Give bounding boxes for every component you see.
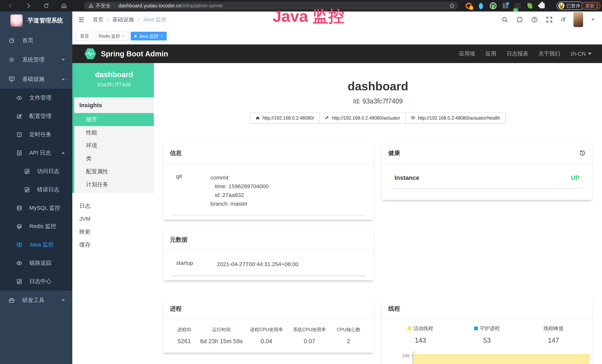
search-icon[interactable]	[502, 16, 508, 23]
user-avatar[interactable]	[573, 12, 583, 27]
sidebar-item-system[interactable]: 系统管理	[0, 50, 72, 69]
sidebar-item-log-center[interactable]: 日志中心	[0, 272, 72, 290]
sba-menu-applications[interactable]: 应用	[485, 50, 496, 57]
card-process-title: 进程	[163, 300, 374, 318]
page-title: dashboard	[154, 79, 602, 93]
sidebar-item-redis-monitor[interactable]: Redis 监控	[0, 217, 72, 236]
sidebar-item-config-management[interactable]: 配置管理	[0, 107, 72, 125]
extension-icon-leaf[interactable]	[526, 2, 534, 10]
subnav-item-details[interactable]: 细节	[74, 113, 154, 126]
sidebar-item-label: 配置管理	[29, 112, 52, 120]
java-monitor-icon	[16, 242, 22, 248]
process-pid: 5261	[171, 338, 198, 345]
sba-locale-select[interactable]: zh-CN	[570, 51, 592, 57]
subnav-item-environment[interactable]: 环境	[74, 139, 154, 152]
bookmark-star-icon[interactable]	[449, 3, 455, 9]
sidebar-item-label: 日志中心	[29, 278, 52, 285]
sba-navbar: Spring Boot Admin 应用墙 应用 日志报表 关于我们 zh-CN	[72, 44, 602, 63]
header-actions: тT	[502, 11, 595, 28]
sidebar-item-error-logs[interactable]: 错误日志	[0, 181, 72, 199]
subnav-item-jvm[interactable]: JVM	[74, 212, 154, 225]
health-instance-label: Instance	[395, 174, 419, 181]
sidebar-item-java-monitor[interactable]: Java 监控	[0, 236, 72, 254]
browser-menu-kebab-icon[interactable]	[597, 4, 598, 8]
metadata-startup-row: startup 2021-04-27T00:44:31.254+08:00	[163, 249, 374, 268]
system-cpu: 0.07	[288, 338, 331, 345]
subnav-item-scheduled-tasks[interactable]: 计划任务	[74, 178, 154, 191]
sidebar-item-label: 研发工具	[22, 297, 44, 304]
avatar-caret-icon[interactable]	[591, 19, 595, 21]
sidebar-item-api-logs[interactable]: API 日志	[0, 144, 72, 162]
legend-peak-threads: 线程峰值 147	[520, 325, 587, 344]
sidebar-collapse-icon[interactable]	[78, 16, 85, 23]
subnav-item-logs[interactable]: 日志	[74, 199, 154, 212]
monitor-chart-icon	[9, 76, 15, 82]
eye-icon	[16, 260, 22, 266]
spring-boot-admin-logo	[85, 48, 96, 60]
sba-instance-sidebar: dashboard 93a3fc7f7409 Insights 细节 性能 环境…	[72, 63, 154, 364]
doc-edit-icon	[16, 278, 22, 284]
sidebar-item-dev-tools[interactable]: 研发工具	[0, 290, 72, 310]
breadcrumb-home[interactable]: 首页	[93, 16, 103, 23]
github-icon[interactable]	[516, 16, 523, 23]
sidebar-item-label: 系统管理	[22, 56, 44, 64]
sidebar-logo-row[interactable]: 芋道管理系统	[0, 11, 72, 30]
address-bar[interactable]: 不安全 dashboard.yudao.iocoder.cn /infra/ad…	[84, 2, 458, 10]
annotation-text: Java 监控	[273, 6, 344, 27]
browser-home-icon[interactable]	[61, 3, 67, 9]
extension-icon-orange[interactable]: 1	[465, 2, 473, 10]
briefcase-icon	[9, 297, 15, 303]
instance-header[interactable]: dashboard 93a3fc7f7409	[74, 63, 154, 97]
help-icon[interactable]	[531, 16, 538, 23]
legend-live-value: 143	[387, 337, 454, 344]
sidebar-item-tracing[interactable]: 链路追踪	[0, 254, 72, 272]
sidebar-item-file-management[interactable]: 文件管理	[0, 89, 72, 107]
extensions-puzzle-icon[interactable]	[538, 2, 546, 10]
endpoint-actuator-url[interactable]: http://192.168.0.2:48080/actuator	[319, 112, 406, 124]
sidebar-item-scheduled-jobs[interactable]: 定时任务	[0, 125, 72, 144]
endpoint-service-url[interactable]: http://192.168.0.2:48080/	[250, 112, 320, 124]
browser-update-button[interactable]: 更新	[581, 2, 601, 10]
tag-java-monitor[interactable]: Java 监控 ×	[131, 32, 167, 40]
browser-profile-chip[interactable]: 已暂停	[557, 1, 584, 10]
sba-brand[interactable]: Spring Boot Admin	[85, 48, 168, 60]
subnav-item-caches[interactable]: 缓存	[74, 238, 154, 251]
browser-back-icon[interactable]	[7, 3, 14, 9]
browser-forward-icon[interactable]	[25, 3, 32, 9]
extension-icon-pin[interactable]	[477, 2, 485, 10]
subnav-root-items: 日志 JVM 映射 缓存	[74, 193, 154, 251]
tag-redis-monitor[interactable]: Redis 监控 ×	[95, 32, 129, 40]
divider	[172, 276, 365, 276]
wrench-icon	[325, 116, 329, 120]
sidebar-item-access-logs[interactable]: 访问日志	[0, 162, 72, 181]
font-size-icon[interactable]: тT	[561, 17, 565, 23]
sba-menu-wallboard[interactable]: 应用墙	[459, 50, 475, 57]
sba-menu-journal[interactable]: 日志报表	[507, 50, 528, 57]
breadcrumb-infrastructure[interactable]: 基础设施	[112, 16, 134, 23]
chevron-down-icon	[588, 53, 592, 55]
close-icon[interactable]: ×	[122, 32, 125, 40]
sidebar-item-home[interactable]: 首页	[0, 31, 72, 50]
subnav-item-classes[interactable]: 类	[74, 152, 154, 165]
subnav-item-mappings[interactable]: 映射	[74, 225, 154, 238]
tag-home[interactable]: 首页	[76, 32, 93, 40]
close-icon[interactable]: ×	[161, 32, 163, 40]
sidebar-item-mysql-monitor[interactable]: MySQL 监控	[0, 199, 72, 217]
subnav-item-config-props[interactable]: 配置属性	[74, 165, 154, 178]
history-icon[interactable]	[579, 150, 586, 157]
sidebar-submenu-infrastructure: 文件管理 配置管理 定时任务 API 日志 访问日志 错误日志	[0, 89, 72, 290]
health-instance-row[interactable]: Instance UP	[382, 163, 592, 181]
extension-icon-tampermonkey[interactable]: on	[514, 2, 521, 10]
legend-swatch-blue	[474, 327, 478, 330]
sidebar-item-infrastructure[interactable]: 基础设施	[0, 69, 72, 89]
fullscreen-icon[interactable]	[546, 16, 553, 23]
browser-reload-icon[interactable]	[43, 3, 49, 9]
security-chip[interactable]: 不安全	[96, 2, 111, 9]
sidebar-item-label: Redis 监控	[29, 223, 56, 230]
subnav-item-metrics[interactable]: 性能	[74, 126, 154, 139]
sba-menu-about[interactable]: 关于我们	[538, 50, 560, 57]
extension-icon-grid[interactable]	[502, 2, 509, 10]
endpoint-health-url[interactable]: http://192.168.0.2:48080/actuator/health	[405, 112, 505, 124]
extension-icon-y[interactable]: y	[489, 2, 497, 10]
active-section-strip	[72, 63, 74, 193]
